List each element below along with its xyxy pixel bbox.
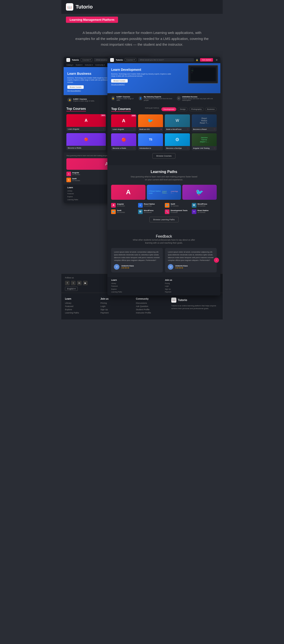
front-browse-courses-btn[interactable]: Browse Courses [152,153,175,159]
back-logo: 📖 [66,58,70,62]
front-stats-bar: 🔒 8,000+ Courses Explore a wide range of… [107,93,220,103]
feedback-card-1: Lorem ipsum dolor sit amet, consectetur … [111,248,163,272]
front-stat-1: 🔒 8,000+ Courses Explore a wide range of… [111,96,135,101]
paths-title: Learning Paths [111,170,217,174]
footer-learning-paths[interactable]: Learning Paths [65,312,97,314]
devops-thumb: ⚙ [165,133,190,146]
front-courses-title: Top Courses [111,107,131,112]
back-course-thumb-1: A NEW [66,114,106,127]
ios-heart[interactable]: ♥ [160,128,162,130]
footer-discussions[interactable]: Discussions [136,302,168,304]
instagram-icon[interactable]: in [77,281,82,285]
path-swift: 🐦 Swift 22 courses [165,203,190,208]
angular-heart[interactable]: ♡ [133,128,135,130]
front-course-react: ReactReduxReact T... Become a React ♡ [192,114,217,132]
front-course-devops: ⚙ Become a DevOps ♡ [165,133,190,150]
twitter-icon[interactable]: t [71,281,76,285]
logo-icon: 📖 [67,5,72,9]
footer-pricing[interactable]: Pricing [100,302,132,304]
footer-explore[interactable]: Explore [65,308,97,311]
feedback-card-2: Lorem ipsum dolor sit amet, consectetur … [165,248,217,272]
feedback-next-arrow[interactable]: › [214,258,219,263]
youtube-icon[interactable]: ▶ [83,281,88,285]
front-hero: Learn Development Business, Technology a… [107,63,220,93]
preview-container: 📖 Tutorio Courses ▾ 🔒 Get started Catalo… [64,57,220,269]
main-footer: Learn Library Featured Explore Learning … [61,293,223,320]
stars-1: ★★★★★ [121,267,134,269]
front-browse-paths-btn[interactable]: Browse Learning Paths [149,217,179,222]
front-logo: 📖 [110,58,114,62]
devops-heart[interactable]: ♡ [187,147,189,149]
footer-library[interactable]: Library [65,302,97,304]
language-selector[interactable]: English ▾ [65,287,78,291]
footer-login[interactable]: Login [100,305,132,308]
user-name-1: Umberto Kass [121,265,134,267]
front-get-started[interactable]: Get started [200,58,213,62]
feedback-subtitle: What other students turned professionals… [129,238,199,245]
angular-icon: A [111,203,116,208]
front-courses-btn[interactable]: Courses ▾ [125,58,136,62]
wp-heart[interactable]: ♡ [187,128,189,130]
back-course-thumb-3: 🔴 [66,133,106,146]
back-course-1: A NEW Learn Angular ♡ [66,114,106,131]
feedback-user-2: U Umberto Kass ★★★★★ [168,264,214,270]
back-courses-btn[interactable]: Courses ▾ [81,58,92,62]
footer-join-title: Join us [100,298,132,300]
footer-featured[interactable]: Featured [65,305,97,308]
ts-thumb: TS [138,133,163,146]
footer-learn-title: Learn [65,298,97,300]
react-heart[interactable]: ♡ [214,128,215,130]
facebook-icon[interactable]: f [65,281,70,285]
front-topics: POPULAR TOPICS Development Design Photog… [145,107,217,111]
ts-heart[interactable]: ♡ [160,147,162,149]
mini-footer-learn-title: Learn [111,279,163,281]
footer-brand: 📖 Tutorio Tutorio is an online learning … [171,298,219,315]
swift-icon: 🐦 [165,203,169,208]
front-learning-paths: Learning Paths Stop guessing what to lea… [107,165,220,230]
lmp-badge: Learning Management Platform [66,16,118,23]
topic-development[interactable]: Development [161,107,176,111]
front-course-ios: 🐦 Build an iOS ♥ [138,114,163,132]
back-browse-btn[interactable]: Browse Courses [67,85,84,89]
path-swift-2: 🐦 Swift 22 courses [111,210,136,214]
path-hero-angular: A [111,185,145,200]
path-angular: A Angular 24 courses [111,203,136,208]
paths-subtitle: Stop guessing what to learn next and sta… [129,175,199,182]
front-course-wordpress: W Build a WordPress ♡ [165,114,190,132]
redis-thumb: 🔴 [111,133,136,146]
feedback-title: Feedback [111,234,217,238]
back-course-3: 🔴 Become a Redis [66,133,106,150]
front-nav: 📖 Tutorio Courses ▾ 🔒 Get started ⚙ [107,57,220,63]
path-wordpress-2: W WordPress 13 courses [138,210,163,214]
front-teacher-link[interactable]: Are you a teacher? [111,84,217,85]
back-brand: Tutorio [72,59,79,61]
footer-payment[interactable]: Payment [100,312,132,314]
footer-student-profile[interactable]: Student Profile [136,308,168,311]
user-name-2: Umberto Kass [175,265,188,267]
topic-design[interactable]: Design [178,107,188,111]
topic-business[interactable]: Business [205,107,217,111]
brand-name: Tutorio [76,4,93,10]
path-hero-swift: 🐦 [182,185,217,200]
front-browse-btn[interactable]: Browse Courses [111,79,127,82]
footer-ask-question[interactable]: Ask Question [136,305,168,308]
front-search[interactable] [138,58,194,62]
redis-heart[interactable]: ♡ [133,147,135,149]
back-courses-title: Top Courses [66,107,86,112]
footer-community-title: Community [136,298,168,300]
path-hero-react: // React Native code import React... con… [147,185,181,200]
laptop-mockup: ~~~ === --- [188,65,218,84]
footer-instructor-profile[interactable]: Instructor Profile [136,312,168,314]
back-stat-1: 🔒 8,000+ Courses Explore a wide range of… [67,98,95,102]
testing-heart[interactable]: ♡ [214,147,215,149]
feedback-user-1: U Umberto Kass ★★★★★ [114,264,160,270]
footer-signup[interactable]: Sign Up [100,308,132,311]
wordpress-2-icon: W [138,210,143,214]
topic-photography[interactable]: Photography [189,107,204,111]
settings-icon[interactable]: ⚙ [216,59,218,61]
path-react-native: ⚛ React Native 18 courses [138,203,163,208]
footer-community: Community Discussions Ask Question Stude… [136,298,168,315]
back-stat-icon-1: 🔒 [67,98,72,102]
devtools-icon: 🔧 [165,210,169,214]
front-mini-footer: Learn Library Featured Explore Learning … [107,277,220,296]
